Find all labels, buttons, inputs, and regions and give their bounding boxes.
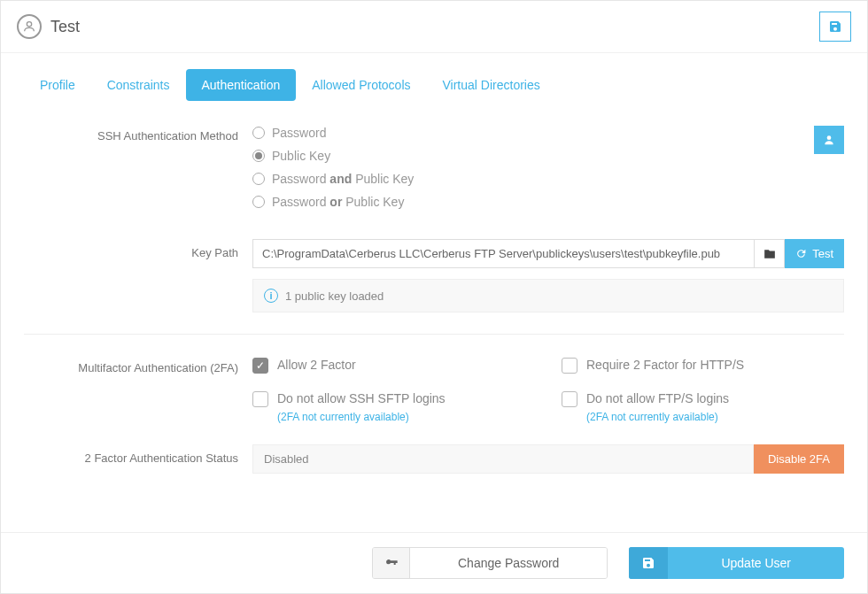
tab-constraints[interactable]: Constraints	[91, 69, 186, 101]
divider	[24, 334, 844, 335]
footer: Change Password Update User	[1, 532, 867, 593]
checkbox-deny-ftps[interactable]: Do not allow FTP/S logins	[562, 391, 844, 407]
radio-public-key[interactable]: Public Key	[252, 149, 844, 163]
radio-icon	[252, 150, 265, 162]
tab-profile[interactable]: Profile	[24, 69, 91, 101]
checkbox-deny-ssh[interactable]: Do not allow SSH SFTP logins	[252, 391, 535, 407]
key-path-input[interactable]	[252, 239, 755, 268]
deny-ftps-hint: (2FA not currently available)	[586, 411, 844, 423]
update-user-label: Update User	[668, 556, 844, 570]
browse-button[interactable]	[755, 239, 785, 268]
checkbox-require-https[interactable]: Require 2 Factor for HTTP/S	[562, 358, 844, 374]
checkbox-icon	[252, 358, 268, 374]
radio-icon	[252, 127, 265, 139]
svg-point-1	[827, 135, 832, 140]
info-icon: i	[264, 289, 278, 303]
refresh-icon	[795, 248, 807, 259]
deny-ssh-hint: (2FA not currently available)	[277, 411, 535, 423]
key-info-banner: i 1 public key loaded	[252, 279, 844, 312]
radio-icon	[252, 196, 265, 208]
radio-password-label: Password	[272, 126, 326, 140]
tab-allowed-protocols[interactable]: Allowed Protocols	[296, 69, 426, 101]
deny-ftps-label: Do not allow FTP/S logins	[586, 391, 729, 405]
radio-icon	[252, 173, 265, 185]
key-info-text: 1 public key loaded	[285, 289, 384, 303]
test-key-label: Test	[812, 247, 833, 260]
change-password-label: Change Password	[458, 556, 559, 570]
deny-ssh-label: Do not allow SSH SFTP logins	[277, 391, 446, 405]
radio-password-or-key[interactable]: Password or Public Key	[252, 195, 844, 209]
svg-point-0	[27, 22, 31, 27]
tabs: Profile Constraints Authentication Allow…	[24, 69, 844, 101]
mfa-label: Multifactor Authentication (2FA)	[24, 358, 252, 374]
user-shortcut-button[interactable]	[814, 126, 844, 154]
save-icon	[629, 547, 668, 579]
tab-virtual-directories[interactable]: Virtual Directories	[427, 69, 556, 101]
radio-pwd-or-key-label: Password or Public Key	[272, 195, 404, 209]
test-key-button[interactable]: Test	[785, 239, 844, 268]
checkbox-icon	[562, 358, 577, 374]
key-icon	[373, 548, 410, 578]
update-user-button[interactable]: Update User	[629, 547, 844, 579]
disable-2fa-button[interactable]: Disable 2FA	[754, 444, 844, 474]
key-path-label: Key Path	[24, 239, 252, 259]
status-value: Disabled	[252, 444, 754, 474]
ssh-auth-label: SSH Authentication Method	[24, 126, 252, 143]
user-icon	[17, 14, 42, 39]
checkbox-icon	[252, 391, 268, 407]
disable-2fa-label: Disable 2FA	[768, 452, 830, 466]
page-header: Test	[1, 1, 867, 53]
save-button[interactable]	[819, 12, 851, 42]
radio-password-and-key[interactable]: Password and Public Key	[252, 172, 844, 186]
change-password-button[interactable]: Change Password	[410, 548, 607, 578]
page-title: Test	[50, 18, 80, 36]
radio-public-key-label: Public Key	[272, 149, 330, 163]
checkbox-allow-2factor[interactable]: Allow 2 Factor	[252, 358, 535, 374]
status-label: 2 Factor Authentication Status	[24, 444, 252, 465]
radio-password[interactable]: Password	[252, 126, 844, 140]
tab-authentication[interactable]: Authentication	[186, 69, 297, 101]
allow-2factor-label: Allow 2 Factor	[277, 358, 356, 372]
require-https-label: Require 2 Factor for HTTP/S	[586, 358, 744, 372]
radio-pwd-and-key-label: Password and Public Key	[272, 172, 414, 186]
checkbox-icon	[562, 391, 577, 407]
